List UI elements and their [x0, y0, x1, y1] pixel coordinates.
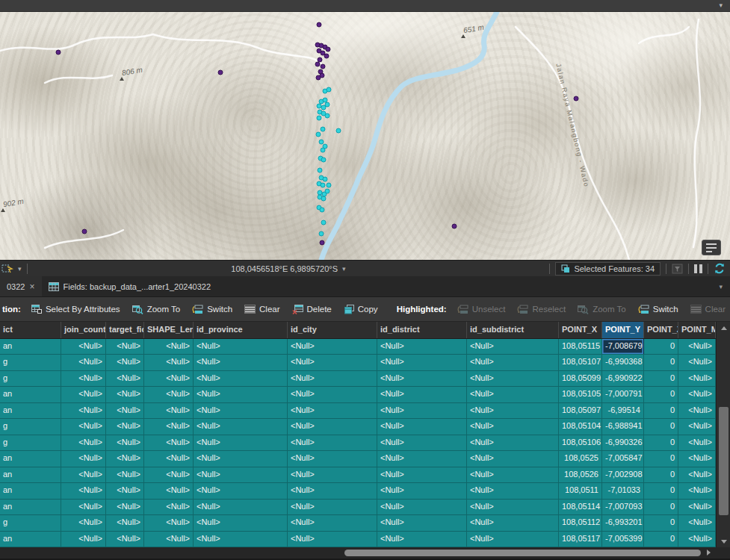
cell-POINT_Y[interactable]: -6,990922 — [602, 371, 644, 386]
cell-target_fid[interactable]: <Null> — [106, 515, 144, 530]
cell-POINT_X[interactable]: 108,05106 — [559, 435, 602, 450]
cell-POINT_X[interactable]: 108,05104 — [559, 419, 602, 434]
horizontal-scrollbar[interactable] — [0, 547, 730, 559]
map-point-selected[interactable] — [321, 127, 326, 132]
toolbar-button-select-by-attributes[interactable]: Select By Attributes — [25, 299, 126, 319]
toolbar-button-switch[interactable]: Switch — [632, 299, 684, 319]
cell-target_fid[interactable]: <Null> — [106, 435, 144, 450]
scroll-up-icon[interactable] — [717, 322, 730, 334]
cell-join_count[interactable]: <Null> — [61, 451, 106, 466]
table-row[interactable]: an<Null><Null><Null><Null><Null><Null><N… — [0, 387, 716, 402]
cell-id_district[interactable]: <Null> — [377, 500, 467, 514]
cell-POINT_Z[interactable]: 0 — [644, 451, 678, 466]
cell-POINT_Y[interactable]: -6,990368 — [602, 355, 644, 370]
map-point-selected[interactable] — [327, 183, 332, 188]
cell-POINT_Y[interactable]: -6,993201 — [602, 515, 644, 530]
cell-id_province[interactable]: <Null> — [194, 515, 288, 530]
cell-POINT_M[interactable]: <Null> — [678, 467, 716, 482]
cell-ict[interactable]: an — [0, 467, 61, 482]
cell-id_subdistrict[interactable]: <Null> — [467, 387, 559, 402]
cell-SHAPE_Leng[interactable]: <Null> — [144, 371, 194, 386]
cell-id_province[interactable]: <Null> — [194, 387, 288, 402]
map-point-unselected[interactable] — [316, 75, 321, 81]
cell-id_subdistrict[interactable]: <Null> — [467, 435, 559, 450]
cell-target_fid[interactable]: <Null> — [106, 532, 144, 547]
toolbar-button-switch[interactable]: Switch — [186, 299, 238, 319]
cell-id_subdistrict[interactable]: <Null> — [467, 419, 559, 434]
cell-POINT_M[interactable]: <Null> — [678, 451, 716, 466]
cell-id_district[interactable]: <Null> — [377, 435, 467, 450]
cell-POINT_Z[interactable]: 0 — [644, 515, 678, 530]
cell-id_province[interactable]: <Null> — [194, 355, 288, 370]
table-row[interactable]: an<Null><Null><Null><Null><Null><Null><N… — [0, 483, 716, 499]
cell-id_district[interactable]: <Null> — [377, 419, 467, 434]
cell-POINT_Z[interactable]: 0 — [644, 355, 678, 370]
map-point-selected[interactable] — [321, 148, 326, 153]
cell-SHAPE_Leng[interactable]: <Null> — [144, 435, 194, 450]
cell-target_fid[interactable]: <Null> — [106, 403, 144, 418]
cell-POINT_Z[interactable]: 0 — [644, 339, 678, 354]
cell-POINT_X[interactable]: 108,0525 — [559, 451, 602, 466]
toolbar-button-delete[interactable]: Delete — [286, 299, 338, 319]
cell-ict[interactable]: g — [0, 515, 61, 530]
horizontal-scroll-thumb[interactable] — [344, 550, 701, 556]
map-point-unselected[interactable] — [320, 240, 325, 246]
table-row[interactable]: g<Null><Null><Null><Null><Null><Null><Nu… — [0, 515, 716, 531]
cell-id_province[interactable]: <Null> — [194, 467, 288, 482]
map-point-selected[interactable] — [327, 87, 332, 93]
column-header-POINT_Y[interactable]: POINT_Y — [602, 322, 644, 338]
toolbar-button-copy[interactable]: Copy — [338, 299, 384, 319]
cell-POINT_Y[interactable]: -6,99514 — [602, 403, 644, 418]
cell-POINT_M[interactable]: <Null> — [678, 435, 716, 450]
cell-ict[interactable]: an — [0, 451, 61, 466]
cell-ict[interactable]: an — [0, 532, 61, 547]
cell-ict[interactable]: an — [0, 387, 61, 402]
table-row[interactable]: an<Null><Null><Null><Null><Null><Null><N… — [0, 451, 716, 467]
cell-id_district[interactable]: <Null> — [377, 515, 467, 530]
map-point-selected[interactable] — [317, 116, 322, 121]
cell-POINT_M[interactable]: <Null> — [678, 515, 716, 530]
cell-SHAPE_Leng[interactable]: <Null> — [144, 339, 194, 354]
tab-fields[interactable]: Fields: backup_data_...arter1_20240322 — [42, 276, 218, 296]
cell-id_subdistrict[interactable]: <Null> — [467, 371, 559, 386]
cell-id_subdistrict[interactable]: <Null> — [467, 403, 559, 418]
map-point-unselected[interactable] — [452, 224, 457, 229]
map-point-selected[interactable] — [321, 183, 326, 188]
table-row[interactable]: g<Null><Null><Null><Null><Null><Null><Nu… — [0, 355, 716, 370]
cell-POINT_Y[interactable]: -7,005399 — [602, 532, 644, 547]
cell-id_city[interactable]: <Null> — [288, 419, 377, 434]
cell-POINT_Y[interactable]: -7,005847 — [602, 451, 644, 466]
map-point-unselected[interactable] — [574, 96, 579, 102]
cell-POINT_Z[interactable]: 0 — [644, 435, 678, 450]
cell-id_city[interactable]: <Null> — [288, 515, 377, 530]
cell-POINT_Y[interactable]: -7,007093 — [602, 500, 644, 514]
cell-id_district[interactable]: <Null> — [377, 339, 467, 354]
cell-POINT_M[interactable]: <Null> — [678, 339, 716, 354]
cell-POINT_X[interactable]: 108,05105 — [559, 387, 602, 402]
ribbon-expand-icon[interactable]: ▾ — [719, 1, 723, 9]
cell-POINT_Z[interactable]: 0 — [644, 483, 678, 498]
cell-POINT_X[interactable]: 108,05117 — [559, 532, 602, 547]
cell-ict[interactable]: an — [0, 483, 61, 498]
map-point-unselected[interactable] — [324, 54, 330, 59]
cell-id_city[interactable]: <Null> — [288, 500, 377, 514]
cell-id_city[interactable]: <Null> — [288, 387, 377, 402]
cell-target_fid[interactable]: <Null> — [106, 451, 144, 466]
cell-POINT_M[interactable]: <Null> — [678, 500, 716, 514]
cell-POINT_X[interactable]: 108,05097 — [559, 403, 602, 418]
cell-POINT_M[interactable]: <Null> — [678, 403, 716, 418]
cell-SHAPE_Leng[interactable]: <Null> — [144, 515, 194, 530]
map-point-unselected[interactable] — [326, 47, 331, 52]
cell-POINT_Z[interactable]: 0 — [644, 419, 678, 434]
map-point-selected[interactable] — [325, 102, 330, 108]
map-view[interactable]: 651 m806 m902 m Jalan Raya Malangbong - … — [0, 12, 730, 260]
cell-POINT_Z[interactable]: 0 — [644, 532, 678, 547]
cell-id_subdistrict[interactable]: <Null> — [467, 467, 559, 482]
table-row[interactable]: an<Null><Null><Null><Null><Null><Null><N… — [0, 467, 716, 483]
cell-ict[interactable]: an — [0, 403, 61, 418]
cell-id_city[interactable]: <Null> — [288, 483, 377, 498]
cell-id_city[interactable]: <Null> — [288, 451, 377, 466]
cell-id_subdistrict[interactable]: <Null> — [467, 500, 559, 514]
scroll-down-icon[interactable] — [717, 535, 730, 547]
map-point-unselected[interactable] — [315, 62, 321, 67]
